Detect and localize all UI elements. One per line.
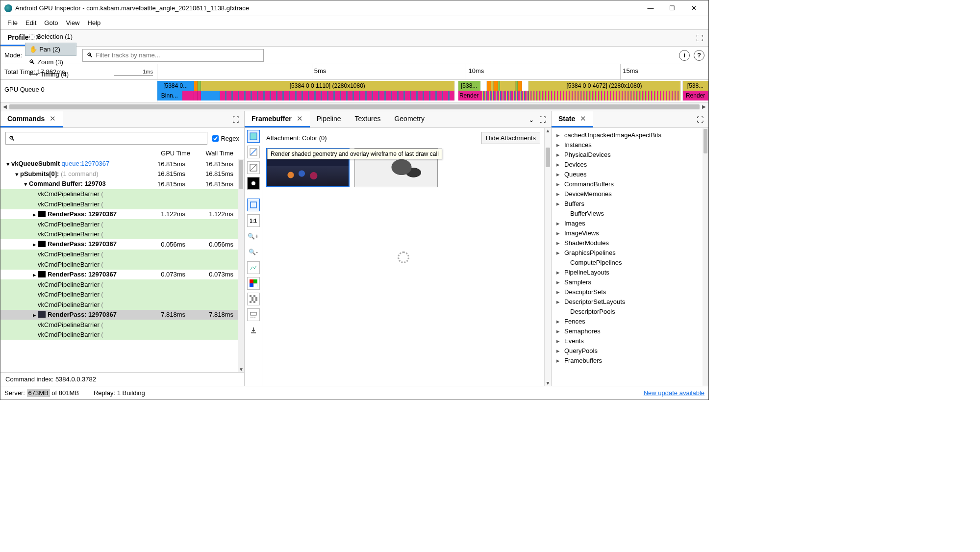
tool-render-shaded[interactable] (247, 130, 260, 143)
command-row[interactable]: vkCmdPipelineBarrier ( (0, 330, 238, 340)
command-row[interactable]: vkCmdPipelineBarrier ( (0, 259, 238, 270)
commands-search-input[interactable] (15, 135, 204, 142)
download-icon[interactable] (247, 324, 260, 337)
chevron-down-icon[interactable]: ⌄ (528, 116, 534, 124)
command-row[interactable]: ▸RenderPass: 129703671.122ms1.122ms (0, 209, 238, 220)
scroll-right-icon[interactable]: ► (700, 103, 708, 110)
timeline-segment[interactable]: Render (683, 91, 708, 100)
tool-flip[interactable] (247, 308, 260, 321)
timeline-segment[interactable] (454, 81, 458, 91)
tab-state[interactable]: State ✕ (552, 111, 593, 127)
command-row[interactable]: vkCmdPipelineBarrier ( (0, 279, 238, 290)
menu-help[interactable]: Help (84, 17, 105, 28)
close-icon[interactable]: ✕ (580, 114, 586, 123)
tool-channels[interactable] (247, 277, 260, 290)
filter-tracks-input-wrap[interactable]: 🔍︎ (82, 49, 264, 62)
tool-zoom-fit[interactable] (247, 199, 260, 211)
zoom-in-icon[interactable]: 🔍+ (247, 230, 260, 243)
scroll-down-icon[interactable]: ▼ (545, 380, 551, 386)
state-item[interactable]: ▸Queues (554, 169, 701, 179)
regex-checkbox[interactable]: Regex (212, 135, 239, 142)
scroll-left-icon[interactable]: ◄ (0, 103, 9, 110)
command-row[interactable]: ▾vkQueueSubmit queue:1297036716.815ms16.… (0, 159, 238, 169)
state-item[interactable]: ▸CommandBuffers (554, 179, 701, 189)
tool-zoom-actual[interactable]: 1:1 (247, 214, 260, 227)
framebuffer-scrollbar[interactable]: ▲ ▼ (544, 128, 551, 386)
state-item[interactable]: ▸QueryPools (554, 346, 701, 355)
fullscreen-icon[interactable]: ⛶ (539, 116, 546, 124)
commands-scrollbar[interactable]: ▲ ▼ (238, 159, 244, 372)
fullscreen-icon[interactable]: ⛶ (696, 34, 704, 42)
menu-view[interactable]: View (62, 17, 84, 28)
command-row[interactable]: vkCmdPipelineBarrier ( (0, 300, 238, 310)
tool-render-wire[interactable] (247, 146, 260, 158)
timeline-segment[interactable] (201, 91, 220, 100)
menu-goto[interactable]: Goto (40, 17, 62, 28)
timeline-segment[interactable]: Binn... (157, 91, 182, 100)
command-row[interactable]: ▾Command Buffer: 12970316.815ms16.815ms (0, 179, 238, 189)
state-item[interactable]: ▸PipelineLayouts (554, 267, 701, 277)
timeline-segment[interactable]: [5384 0... (157, 81, 194, 91)
timeline-segment[interactable]: [538... (683, 81, 708, 91)
timeline-segment[interactable] (522, 81, 528, 91)
state-item[interactable]: DescriptorPools (554, 306, 701, 316)
timeline-segment[interactable] (494, 81, 498, 91)
state-item[interactable]: ▸Framebuffers (554, 355, 701, 365)
commands-search[interactable]: 🔍︎ (5, 132, 207, 145)
timeline-segment[interactable] (500, 81, 515, 91)
state-item[interactable]: ComputePipelines (554, 257, 701, 267)
mode-button[interactable]: ⬚ Selection (1) (25, 30, 76, 43)
menu-edit[interactable]: Edit (22, 17, 40, 28)
menu-file[interactable]: File (3, 17, 22, 28)
command-row[interactable]: ▸RenderPass: 129703677.818ms7.818ms (0, 310, 238, 320)
minimize-button[interactable]: — (640, 1, 661, 16)
command-row[interactable]: vkCmdPipelineBarrier ( (0, 189, 238, 200)
tab-geometry[interactable]: Geometry (387, 111, 431, 127)
help-icon[interactable]: ? (694, 50, 704, 61)
state-item[interactable]: ▸ImageViews (554, 228, 701, 238)
state-item[interactable]: ▸GraphicsPipelines (554, 248, 701, 257)
command-row[interactable]: vkCmdPipelineBarrier ( (0, 219, 238, 229)
state-item[interactable]: ▸Fences (554, 316, 701, 326)
timeline-segment[interactable] (198, 81, 201, 91)
close-icon[interactable]: ✕ (50, 114, 56, 123)
command-row[interactable]: vkCmdPipelineBarrier ( (0, 320, 238, 330)
command-row[interactable]: ▾pSubmits[0]: (1 command)16.815ms16.815m… (0, 169, 238, 179)
state-scrollbar[interactable] (703, 128, 708, 386)
tool-overdraw[interactable] (247, 177, 260, 190)
state-item[interactable]: ▸cachedUnpackedImageAspectBits (554, 130, 701, 140)
state-item[interactable]: ▸DescriptorSetLayouts (554, 297, 701, 306)
update-link[interactable]: New update available (644, 389, 704, 397)
state-item[interactable]: ▸DeviceMemories (554, 189, 701, 199)
tool-checker[interactable] (247, 293, 260, 305)
state-item[interactable]: ▸Events (554, 336, 701, 346)
filter-tracks-input[interactable] (96, 51, 259, 59)
timeline-segment[interactable]: [5384 0 0 1110] (2280x1080) (201, 81, 454, 91)
fullscreen-icon[interactable]: ⛶ (697, 116, 704, 124)
timeline-tracks[interactable]: GPU Queue 0 [5384 0...[5384 0 0 1110] (2… (0, 80, 708, 102)
tab-pipeline[interactable]: Pipeline (310, 111, 348, 127)
info-icon[interactable]: i (679, 50, 690, 61)
zoom-out-icon[interactable]: 🔍- (247, 246, 260, 258)
thumbnail-depth[interactable]: 1: Depth (354, 148, 438, 187)
state-item[interactable]: ▸DescriptorSets (554, 287, 701, 297)
timeline-segment[interactable]: Render (458, 91, 480, 100)
thumbnail-color[interactable]: 0: Color (266, 148, 350, 187)
scroll-down-icon[interactable]: ▼ (238, 367, 244, 372)
timeline-segment[interactable] (220, 91, 454, 100)
regex-checkbox-box[interactable] (212, 135, 219, 142)
timeline-segment[interactable] (480, 91, 529, 100)
tab-textures[interactable]: Textures (348, 111, 388, 127)
state-item[interactable]: ▸Instances (554, 140, 701, 150)
tool-render-overlay[interactable] (247, 161, 260, 174)
hide-attachments-button[interactable]: Hide Attachments (481, 132, 540, 144)
scroll-up-icon[interactable]: ▲ (545, 128, 551, 133)
timeline-scrollbar[interactable]: ◄ ► (0, 102, 708, 111)
timeline-segment[interactable] (480, 81, 487, 91)
tool-histogram[interactable] (247, 261, 260, 274)
timeline-segment[interactable] (194, 91, 198, 100)
timeline-segment[interactable]: [538... (458, 81, 480, 91)
command-row[interactable]: vkCmdPipelineBarrier ( (0, 290, 238, 300)
command-row[interactable]: vkCmdPipelineBarrier ( (0, 229, 238, 240)
command-row[interactable]: ▸RenderPass: 129703670.073ms0.073ms (0, 270, 238, 280)
